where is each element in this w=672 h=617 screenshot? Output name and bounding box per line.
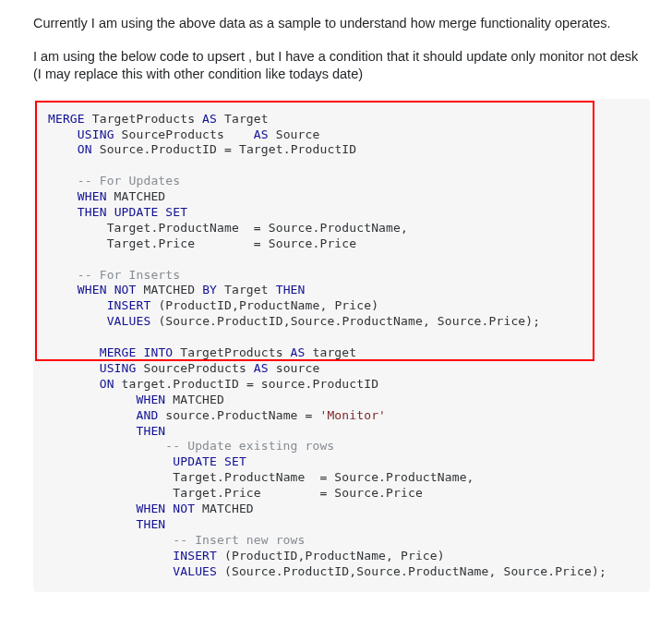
paragraph-1: Currently I am using the above data as a… [33,15,650,33]
paragraph-2: I am using the below code to upsert , bu… [33,48,650,84]
sql-code-block: MERGE TargetProducts AS Target USING Sou… [33,99,650,593]
code-content: MERGE TargetProducts AS Target USING Sou… [48,112,637,580]
